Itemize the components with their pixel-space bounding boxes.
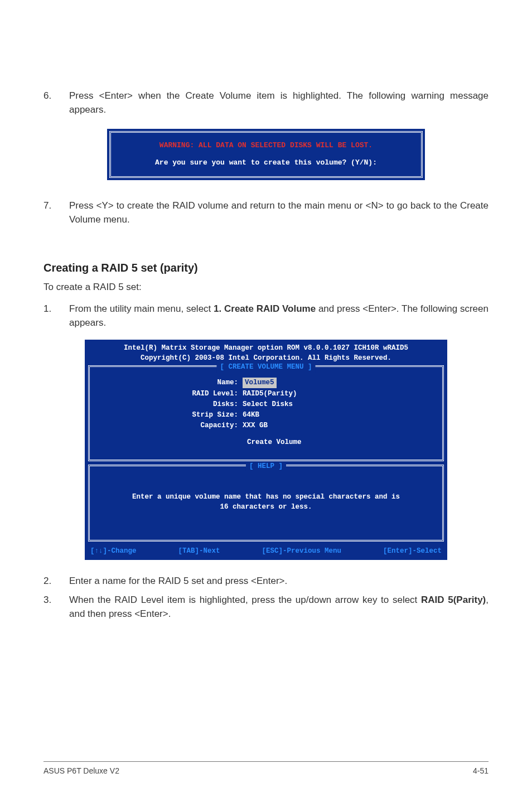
bios-screenshot: Intel(R) Matrix Storage Manager option R… bbox=[85, 340, 447, 559]
step-number: 3. bbox=[43, 593, 69, 621]
step-text-prefix: When the RAID Level item is highlighted,… bbox=[69, 595, 421, 605]
help-panel: [ HELP ] Enter a unique volume name that… bbox=[88, 465, 444, 542]
field-label: Capacity: bbox=[98, 421, 243, 431]
step-text: From the utility main menu, select 1. Cr… bbox=[69, 302, 489, 330]
warning-dialog: WARNING: ALL DATA ON SELECTED DISKS WILL… bbox=[107, 129, 425, 180]
step-number: 1. bbox=[43, 302, 69, 330]
panel-title: [ HELP ] bbox=[246, 461, 286, 471]
field-label: Disks: bbox=[98, 399, 243, 409]
field-strip-size: Strip Size: 64KB bbox=[98, 410, 434, 420]
field-name: Name: Volume5 bbox=[98, 378, 434, 388]
step-2: 2. Enter a name for the RAID 5 set and p… bbox=[43, 574, 489, 588]
step-3: 3. When the RAID Level item is highlight… bbox=[43, 593, 489, 621]
help-line-2: 16 characters or less. bbox=[220, 503, 312, 511]
help-text: Enter a unique volume name that has no s… bbox=[98, 476, 434, 528]
step-text-bold: RAID 5(Parity) bbox=[421, 595, 486, 605]
step-text-prefix: From the utility main menu, select bbox=[69, 303, 214, 314]
step-text: Press <Y> to create the RAID volume and … bbox=[69, 199, 489, 226]
create-volume-panel: [ CREATE VOLUME MENU ] Name: Volume5 RAI… bbox=[88, 365, 444, 461]
step-text: Enter a name for the RAID 5 set and pres… bbox=[69, 574, 489, 588]
field-value[interactable]: Select Disks bbox=[243, 399, 293, 409]
hint-select: [Enter]-Select bbox=[383, 546, 442, 556]
field-raid-level: RAID Level: RAID5(Parity) bbox=[98, 389, 434, 399]
field-label: Strip Size: bbox=[98, 410, 243, 420]
step-number: 2. bbox=[43, 574, 69, 588]
create-volume-action[interactable]: Create Volume bbox=[98, 437, 434, 447]
step-1: 1. From the utility main menu, select 1.… bbox=[43, 302, 489, 330]
warning-dialog-inner: WARNING: ALL DATA ON SELECTED DISKS WILL… bbox=[109, 131, 423, 178]
field-label: Name: bbox=[98, 378, 243, 388]
hint-next: [TAB]-Next bbox=[178, 546, 220, 556]
field-value[interactable]: 64KB bbox=[243, 410, 259, 420]
bios-title-1: Intel(R) Matrix Storage Manager option R… bbox=[87, 343, 445, 353]
warning-text: WARNING: ALL DATA ON SELECTED DISKS WILL… bbox=[117, 141, 415, 151]
step-text: When the RAID Level item is highlighted,… bbox=[69, 593, 489, 621]
step-7: 7. Press <Y> to create the RAID volume a… bbox=[43, 199, 489, 226]
panel-title: [ CREATE VOLUME MENU ] bbox=[216, 362, 315, 372]
section-subtext: To create a RAID 5 set: bbox=[43, 281, 489, 294]
confirm-text: Are you sure you want to create this vol… bbox=[117, 158, 415, 168]
bios-footer: [↑↓]-Change [TAB]-Next [ESC]-Previous Me… bbox=[85, 545, 447, 559]
hint-previous: [ESC]-Previous Menu bbox=[262, 546, 341, 556]
step-6: 6. Press <Enter> when the Create Volume … bbox=[43, 89, 489, 117]
field-value[interactable]: XXX GB bbox=[243, 421, 268, 431]
field-capacity: Capacity: XXX GB bbox=[98, 421, 434, 431]
field-value-selected[interactable]: Volume5 bbox=[243, 378, 277, 388]
field-label: RAID Level: bbox=[98, 389, 243, 399]
bios-header: Intel(R) Matrix Storage Manager option R… bbox=[85, 340, 447, 364]
field-value[interactable]: RAID5(Parity) bbox=[243, 389, 297, 399]
hint-change: [↑↓]-Change bbox=[90, 546, 137, 556]
warning-dialog-wrap: WARNING: ALL DATA ON SELECTED DISKS WILL… bbox=[43, 129, 489, 180]
bios-screenshot-wrap: Intel(R) Matrix Storage Manager option R… bbox=[43, 340, 489, 559]
step-text-bold: 1. Create RAID Volume bbox=[214, 303, 316, 314]
help-line-1: Enter a unique volume name that has no s… bbox=[132, 493, 400, 501]
step-number: 7. bbox=[43, 199, 69, 226]
step-number: 6. bbox=[43, 89, 69, 117]
section-heading: Creating a RAID 5 set (parity) bbox=[43, 260, 489, 276]
step-text: Press <Enter> when the Create Volume ite… bbox=[69, 89, 489, 117]
field-disks: Disks: Select Disks bbox=[98, 399, 434, 409]
